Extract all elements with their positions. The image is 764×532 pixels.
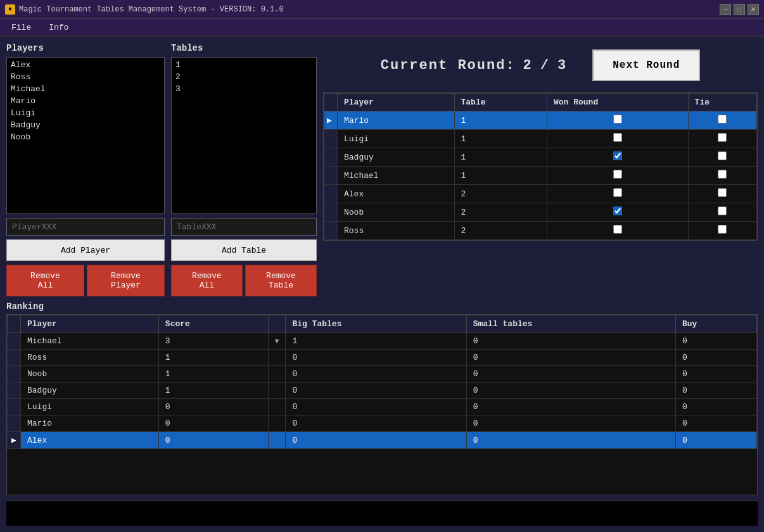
add-player-button[interactable]: Add Player	[6, 239, 165, 261]
bottom-black-area	[6, 500, 758, 526]
list-item[interactable]: Michael	[8, 83, 163, 95]
row-tie[interactable]	[688, 111, 756, 130]
table-btn-row: Remove All Remove Table	[171, 265, 317, 296]
row-score-icon	[268, 415, 286, 432]
row-player: Alex	[338, 185, 455, 203]
maximize-button[interactable]: □	[734, 4, 745, 15]
tie-checkbox[interactable]	[718, 206, 727, 215]
row-won[interactable]	[547, 111, 688, 130]
row-score-icon	[268, 432, 286, 449]
table-name-input[interactable]	[171, 218, 317, 236]
row-small-tables: 0	[466, 415, 675, 432]
won-checkbox[interactable]	[613, 188, 622, 197]
minimize-button[interactable]: ─	[720, 4, 731, 15]
row-score: 0	[158, 415, 268, 432]
row-player: Ross	[338, 222, 455, 240]
player-name-input[interactable]	[6, 218, 165, 236]
row-tie[interactable]	[688, 222, 756, 240]
row-arrow	[8, 399, 21, 415]
ranking-table-row[interactable]: Badguy 1 0 0 0	[8, 383, 757, 399]
won-checkbox[interactable]	[613, 151, 622, 160]
row-tie[interactable]	[688, 203, 756, 222]
row-won[interactable]	[547, 203, 688, 222]
won-checkbox[interactable]	[613, 115, 622, 124]
row-tie[interactable]	[688, 148, 756, 167]
row-small-tables: 0	[466, 350, 675, 366]
row-big-tables: 0	[286, 432, 466, 449]
row-score: 1	[158, 366, 268, 383]
list-item[interactable]: Luigi	[8, 107, 163, 119]
ranking-table-row[interactable]: ▶ Alex 0 0 0 0	[8, 432, 757, 449]
match-table-row[interactable]: Ross 2	[324, 222, 757, 240]
round-area: Current Round: 2 / 3 Next Round Player T…	[323, 43, 758, 296]
row-arrow	[8, 350, 21, 366]
menu-bar: File Info	[0, 19, 764, 37]
row-tie[interactable]	[688, 130, 756, 148]
remove-table-button[interactable]: Remove Table	[245, 265, 317, 296]
row-table: 1	[454, 111, 547, 130]
row-player: Alex	[21, 432, 159, 449]
remove-all-tables-button[interactable]: Remove All	[171, 265, 243, 296]
ranking-table-row[interactable]: Noob 1 0 0 0	[8, 366, 757, 383]
match-table-row[interactable]: Badguy 1	[324, 148, 757, 167]
ranking-table-row[interactable]: Ross 1 0 0 0	[8, 350, 757, 366]
menu-info[interactable]: Info	[45, 22, 72, 34]
players-list[interactable]: Alex Ross Michael Mario Luigi Badguy Noo…	[6, 57, 165, 214]
row-won[interactable]	[547, 185, 688, 203]
row-arrow	[324, 222, 338, 240]
tie-checkbox[interactable]	[718, 151, 727, 160]
tables-list[interactable]: 1 2 3	[171, 57, 317, 214]
window-controls: ─ □ ✕	[720, 4, 759, 15]
list-item[interactable]: 2	[173, 71, 315, 83]
app-icon: ♦	[5, 4, 15, 15]
won-checkbox[interactable]	[613, 206, 622, 215]
row-won[interactable]	[547, 130, 688, 148]
menu-file[interactable]: File	[8, 22, 35, 34]
ranking-table-wrapper: Player Score Big Tables Small tables Buy…	[6, 314, 758, 495]
tie-checkbox[interactable]	[718, 133, 727, 142]
tie-checkbox[interactable]	[718, 188, 727, 197]
tie-checkbox[interactable]	[718, 115, 727, 124]
list-item[interactable]: Badguy	[8, 119, 163, 131]
match-table-row[interactable]: Michael 1	[324, 167, 757, 185]
list-item[interactable]: Ross	[8, 71, 163, 83]
row-buy: 0	[676, 350, 757, 366]
players-title: Players	[6, 43, 165, 53]
list-item[interactable]: 3	[173, 83, 315, 95]
row-score: 1	[158, 383, 268, 399]
list-item[interactable]: 1	[173, 59, 315, 71]
row-score: 0	[158, 399, 268, 415]
list-item[interactable]: Alex	[8, 59, 163, 71]
row-table: 2	[454, 222, 547, 240]
won-checkbox[interactable]	[613, 170, 622, 179]
row-buy: 0	[676, 333, 757, 350]
col-tie: Tie	[688, 94, 756, 111]
row-arrow	[8, 333, 21, 350]
tie-checkbox[interactable]	[718, 170, 727, 179]
list-item[interactable]: Mario	[8, 95, 163, 107]
remove-player-button[interactable]: Remove Player	[87, 265, 165, 296]
won-checkbox[interactable]	[613, 225, 622, 234]
match-table-row[interactable]: Luigi 1	[324, 130, 757, 148]
row-tie[interactable]	[688, 167, 756, 185]
match-table-row[interactable]: Alex 2	[324, 185, 757, 203]
ranking-table-row[interactable]: Luigi 0 0 0 0	[8, 399, 757, 415]
won-checkbox[interactable]	[613, 133, 622, 142]
match-table-row[interactable]: Noob 2	[324, 203, 757, 222]
add-table-button[interactable]: Add Table	[171, 239, 317, 261]
app-title: Magic Tournament Tables Management Syste…	[19, 5, 284, 14]
close-button[interactable]: ✕	[748, 4, 759, 15]
ranking-table-row[interactable]: Mario 0 0 0 0	[8, 415, 757, 432]
row-won[interactable]	[547, 222, 688, 240]
match-table-row[interactable]: ▶ Mario 1	[324, 111, 757, 130]
list-item[interactable]: Noob	[8, 131, 163, 143]
row-won[interactable]	[547, 148, 688, 167]
next-round-button[interactable]: Next Round	[592, 49, 700, 81]
ranking-table-row[interactable]: Michael 3 ▼ 1 0 0	[8, 333, 757, 350]
remove-all-players-button[interactable]: Remove All	[6, 265, 84, 296]
col-buy: Buy	[676, 315, 757, 333]
tie-checkbox[interactable]	[718, 225, 727, 234]
row-won[interactable]	[547, 167, 688, 185]
row-tie[interactable]	[688, 185, 756, 203]
row-big-tables: 1	[286, 333, 466, 350]
